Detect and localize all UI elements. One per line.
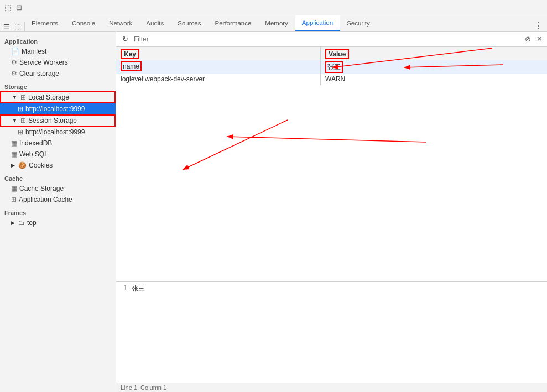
tab-elements[interactable]: Elements bbox=[25, 15, 65, 31]
sidebar-item-cache-storage[interactable]: ▦ Cache Storage bbox=[0, 183, 116, 194]
table-row[interactable]: loglevel:webpack-dev-server WARN bbox=[116, 74, 547, 85]
sidebar-item-service-workers[interactable]: ⚙ Service Workers bbox=[0, 57, 116, 68]
sidebar-item-local-storage[interactable]: ▼ ⊞ Local Storage bbox=[0, 91, 116, 103]
indexed-db-label: IndexedDB bbox=[19, 139, 52, 147]
sidebar-item-cookies[interactable]: ▶ 🍪 Cookies bbox=[0, 160, 116, 171]
sidebar-item-application-cache[interactable]: ⊞ Application Cache bbox=[0, 194, 116, 205]
zhangsan-cell-value: 张三 bbox=[325, 61, 343, 73]
session-storage-url-label: http://localhost:9999 bbox=[25, 128, 85, 136]
dock-icon[interactable]: ⬚ bbox=[13, 22, 22, 31]
tab-console[interactable]: Console bbox=[65, 15, 102, 31]
preview-line: 1 张三 bbox=[116, 284, 547, 294]
toolbar-icons: ⬚ ⊡ bbox=[0, 3, 27, 12]
manifest-label: Manifest bbox=[22, 48, 46, 55]
table-cell-value: WARN bbox=[321, 74, 547, 85]
devtools-controls: ☰ ⬚ bbox=[0, 22, 25, 31]
preview-line-number: 1 bbox=[118, 284, 132, 294]
tab-memory[interactable]: Memory bbox=[258, 15, 295, 31]
col-value-header: Value bbox=[321, 47, 547, 60]
service-workers-icon: ⚙ bbox=[11, 59, 17, 66]
action-bar: ↻ ⊘ ✕ bbox=[116, 32, 547, 47]
local-storage-arrow: ▼ bbox=[12, 95, 17, 100]
tab-security[interactable]: Security bbox=[340, 15, 377, 31]
sidebar-item-web-sql[interactable]: ▦ Web SQL bbox=[0, 149, 116, 160]
preview-content: 1 张三 bbox=[116, 282, 547, 383]
menu-icon[interactable]: ☰ bbox=[2, 22, 11, 31]
refresh-button[interactable]: ↻ bbox=[119, 34, 131, 45]
table-row[interactable]: name 张三 bbox=[116, 60, 547, 74]
cookies-arrow: ▶ bbox=[11, 163, 15, 168]
sidebar-item-indexed-db[interactable]: ▦ IndexedDB bbox=[0, 138, 116, 149]
sidebar-item-session-storage[interactable]: ▼ ⊞ Session Storage bbox=[0, 114, 116, 127]
cache-storage-label: Cache Storage bbox=[19, 185, 64, 192]
filter-input[interactable] bbox=[134, 35, 520, 43]
storage-section-label: Storage bbox=[0, 79, 116, 91]
value-header-label: Value bbox=[325, 49, 349, 59]
content-area: ↻ ⊘ ✕ Key Value name bbox=[116, 32, 547, 392]
application-cache-icon: ⊞ bbox=[11, 196, 17, 203]
clear-storage-label: Clear storage bbox=[19, 70, 59, 77]
cookies-icon: 🍪 bbox=[18, 161, 27, 169]
table-header: Key Value bbox=[116, 47, 547, 60]
session-storage-label: Session Storage bbox=[28, 117, 77, 124]
preview-status: Line 1, Column 1 bbox=[116, 383, 547, 392]
local-storage-url-label: http://localhost:9999 bbox=[25, 105, 85, 113]
top-label: top bbox=[27, 219, 37, 227]
close-filter-icon[interactable]: ✕ bbox=[535, 34, 544, 44]
service-workers-label: Service Workers bbox=[19, 59, 68, 66]
local-storage-url-icon: ⊞ bbox=[18, 105, 23, 113]
sidebar-item-top[interactable]: ▶ 🗀 top bbox=[0, 217, 116, 228]
inspect-icon[interactable]: ⊡ bbox=[14, 3, 23, 12]
table-area: Key Value name 张三 loglevel bbox=[116, 47, 547, 281]
cache-storage-icon: ▦ bbox=[11, 185, 17, 192]
tab-application[interactable]: Application bbox=[295, 15, 340, 31]
nav-tabs: ☰ ⬚ Elements Console Network Audits Sour… bbox=[0, 15, 547, 32]
table-cell-key: name bbox=[116, 60, 321, 74]
name-cell-value: name bbox=[121, 61, 142, 71]
top-icon: 🗀 bbox=[18, 219, 25, 227]
main-layout: Application 📄 Manifest ⚙ Service Workers… bbox=[0, 32, 547, 392]
more-tabs-icon[interactable]: ⋮ bbox=[529, 20, 547, 31]
indexed-db-icon: ▦ bbox=[11, 139, 17, 147]
key-header-label: Key bbox=[121, 49, 139, 59]
cache-section-label: Cache bbox=[0, 171, 116, 183]
sidebar-item-clear-storage[interactable]: ⚙ Clear storage bbox=[0, 68, 116, 79]
sidebar-item-session-storage-url[interactable]: ⊞ http://localhost:9999 bbox=[0, 127, 116, 138]
local-storage-icon: ⊞ bbox=[20, 93, 26, 101]
frames-section-label: Frames bbox=[0, 205, 116, 217]
sidebar: Application 📄 Manifest ⚙ Service Workers… bbox=[0, 32, 116, 392]
devtools-icon[interactable]: ⬚ bbox=[3, 3, 12, 12]
web-sql-icon: ▦ bbox=[11, 150, 17, 158]
col-key-header: Key bbox=[116, 47, 321, 60]
local-storage-label: Local Storage bbox=[28, 93, 69, 101]
session-storage-arrow: ▼ bbox=[12, 118, 17, 123]
application-section-label: Application bbox=[0, 34, 116, 46]
tab-audits[interactable]: Audits bbox=[139, 15, 171, 31]
top-arrow: ▶ bbox=[11, 220, 15, 226]
tab-performance[interactable]: Performance bbox=[208, 15, 258, 31]
tab-network[interactable]: Network bbox=[102, 15, 139, 31]
tab-sources[interactable]: Sources bbox=[171, 15, 208, 31]
clear-filter-icon[interactable]: ⊘ bbox=[524, 34, 532, 44]
sidebar-item-local-storage-url[interactable]: ⊞ http://localhost:9999 bbox=[0, 103, 116, 114]
table-cell-key: loglevel:webpack-dev-server bbox=[116, 74, 321, 85]
table-cell-value: 张三 bbox=[321, 60, 547, 74]
clear-storage-icon: ⚙ bbox=[11, 70, 17, 77]
session-storage-icon: ⊞ bbox=[20, 117, 26, 124]
cookies-label: Cookies bbox=[29, 161, 53, 169]
sidebar-item-manifest[interactable]: 📄 Manifest bbox=[0, 46, 116, 57]
bottom-preview: 1 张三 Line 1, Column 1 bbox=[116, 281, 547, 392]
top-toolbar: ⬚ ⊡ bbox=[0, 0, 547, 15]
table-body: name 张三 loglevel:webpack-dev-server WARN bbox=[116, 60, 547, 281]
manifest-icon: 📄 bbox=[11, 48, 19, 55]
preview-line-text: 张三 bbox=[132, 284, 145, 294]
session-storage-url-icon: ⊞ bbox=[18, 128, 23, 136]
application-cache-label: Application Cache bbox=[19, 196, 72, 203]
web-sql-label: Web SQL bbox=[19, 150, 48, 158]
